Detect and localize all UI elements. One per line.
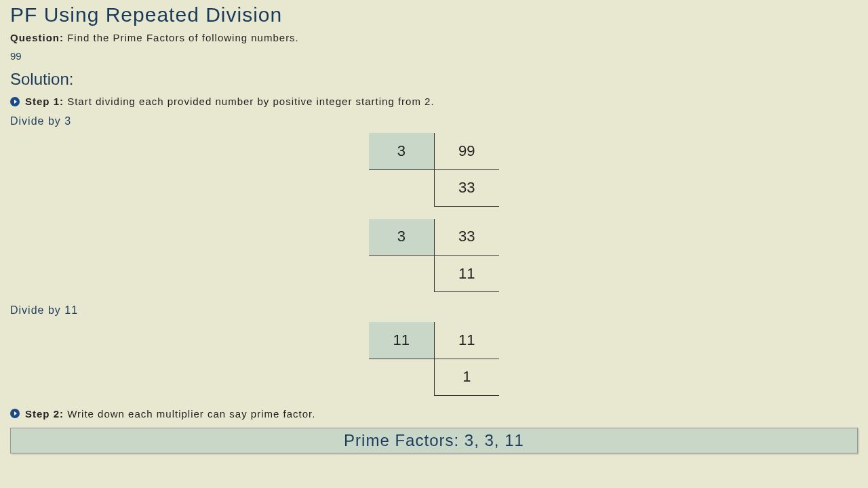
divisor-cell: 3 [369, 219, 434, 256]
empty-cell [369, 359, 434, 395]
dividend-cell: 99 [434, 133, 499, 169]
division-op-2: 3 33 11 [10, 219, 858, 293]
quotient-cell: 1 [434, 359, 499, 395]
step-2-label: Step 2: [25, 408, 64, 420]
division-op-3: 11 11 1 [10, 322, 858, 396]
divisor-cell: 3 [369, 133, 434, 169]
solution-heading: Solution: [10, 70, 858, 89]
step-1-line: Step 1: Start dividing each provided num… [10, 96, 858, 107]
step-1-label: Step 1: [25, 96, 64, 107]
target-number: 99 [10, 50, 858, 62]
arrow-bullet-icon [10, 409, 20, 418]
step-2-line: Step 2: Write down each multiplier can s… [10, 408, 858, 420]
empty-cell [369, 256, 434, 292]
divide-by-3-label: Divide by 3 [10, 115, 858, 127]
question-line: Question: Find the Prime Factors of foll… [10, 32, 858, 43]
question-label: Question: [10, 32, 64, 43]
page-title: PF Using Repeated Division [10, 3, 858, 26]
dividend-cell: 33 [434, 219, 499, 256]
divisor-cell: 11 [369, 322, 434, 359]
arrow-bullet-icon [10, 97, 20, 106]
dividend-cell: 11 [434, 322, 499, 359]
quotient-cell: 33 [434, 169, 499, 206]
step-1-text: Start dividing each provided number by p… [67, 96, 434, 107]
answer-box: Prime Factors: 3, 3, 11 [10, 428, 858, 453]
division-op-1: 3 99 33 [10, 133, 858, 207]
empty-cell [369, 169, 434, 206]
divide-by-11-label: Divide by 11 [10, 304, 858, 317]
question-text: Find the Prime Factors of following numb… [67, 32, 299, 43]
quotient-cell: 11 [434, 256, 499, 292]
step-2-text: Write down each multiplier can say prime… [67, 408, 315, 420]
